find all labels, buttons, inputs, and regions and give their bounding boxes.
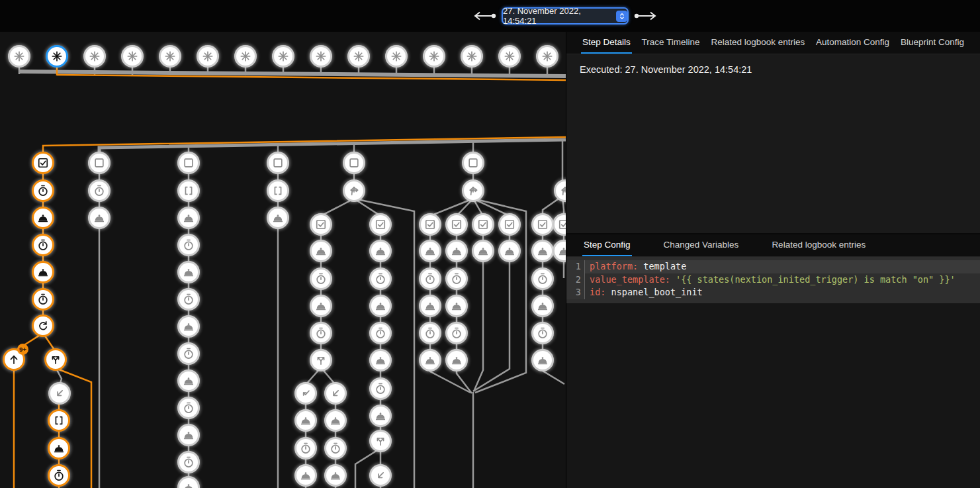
next-run-button[interactable] <box>633 11 658 21</box>
trace-node-checkbox[interactable] <box>498 213 521 236</box>
trace-node-bell[interactable] <box>419 349 441 371</box>
trace-node-checkbox[interactable] <box>369 213 392 236</box>
tab-step-config[interactable]: Step Config <box>582 234 632 256</box>
trace-node-timer[interactable] <box>419 322 441 344</box>
trace-node-square[interactable] <box>177 152 200 174</box>
trace-node-timer[interactable] <box>310 322 332 344</box>
trace-node-asterisk[interactable] <box>461 45 483 68</box>
trace-node-asterisk[interactable] <box>272 45 294 68</box>
trace-node-square[interactable] <box>88 152 111 174</box>
trace-node-arrow-bottom-left[interactable] <box>324 382 347 405</box>
previous-run-button[interactable] <box>472 11 498 21</box>
trace-node-bell[interactable] <box>177 207 200 229</box>
trace-node-timer[interactable] <box>177 397 200 419</box>
trace-node-arrow-bottom-left[interactable] <box>48 382 71 405</box>
trace-node-asterisk[interactable] <box>197 45 219 68</box>
trace-node-asterisk[interactable] <box>234 45 257 68</box>
trace-node-timer[interactable] <box>32 234 54 256</box>
trace-node-asterisk[interactable] <box>536 45 558 68</box>
trace-node-bell[interactable] <box>445 349 468 371</box>
trace-node-call-split[interactable] <box>369 430 392 452</box>
trace-node-bell[interactable] <box>310 240 332 262</box>
trace-node-arrow-bottom-left[interactable] <box>369 464 392 487</box>
tab-step-details[interactable]: Step Details <box>581 32 632 54</box>
trace-node-checkbox[interactable] <box>472 213 494 236</box>
trace-node-bell[interactable] <box>88 207 111 229</box>
trace-node-bell[interactable] <box>419 240 441 262</box>
trace-node-bell[interactable] <box>445 295 468 317</box>
trace-node-timer[interactable] <box>419 268 441 290</box>
trace-node-asterisk[interactable] <box>498 45 521 68</box>
trace-node-bell[interactable] <box>177 261 200 283</box>
trace-node-asterisk[interactable] <box>46 45 68 68</box>
tab-changed-variables[interactable]: Changed Variables <box>662 234 740 256</box>
trace-node-square[interactable] <box>343 152 365 174</box>
trace-node-bell[interactable] <box>294 409 317 432</box>
trace-node-timer[interactable] <box>324 437 347 460</box>
tab-related-logbook-entries[interactable]: Related logbook entries <box>770 234 867 256</box>
trace-node-bell[interactable] <box>498 240 521 262</box>
trace-node-bell[interactable] <box>445 240 468 262</box>
run-datetime-select[interactable]: 27. November 2022, 14:54:21 <box>502 7 629 24</box>
trace-node-timer[interactable] <box>32 179 54 202</box>
trace-node-timer[interactable] <box>177 234 200 256</box>
trace-node-asterisk[interactable] <box>310 45 332 68</box>
trace-node-bell[interactable] <box>32 261 54 283</box>
trace-node-asterisk[interactable] <box>83 45 106 68</box>
trace-node-checkbox[interactable] <box>445 213 468 236</box>
trace-node-checkbox[interactable] <box>419 213 441 236</box>
trace-node-bell[interactable] <box>472 240 494 262</box>
trace-node-refresh[interactable] <box>32 315 54 337</box>
trace-node-checkbox[interactable] <box>32 152 54 174</box>
trace-node-asterisk[interactable] <box>347 45 370 68</box>
trace-node-checkbox[interactable] <box>531 213 554 236</box>
trace-node-timer[interactable] <box>177 288 200 311</box>
trace-node-call-split[interactable] <box>310 349 332 371</box>
trace-node-bell[interactable] <box>531 295 554 317</box>
trace-node-square[interactable] <box>267 152 289 174</box>
trace-node-arrow-up[interactable]: 9+ <box>3 348 25 371</box>
trace-node-bell[interactable] <box>177 369 200 392</box>
trace-node-square[interactable] <box>462 152 484 174</box>
trace-node-timer[interactable] <box>369 322 392 344</box>
trace-node-bell[interactable] <box>48 437 70 460</box>
trace-node-asterisk[interactable] <box>159 45 181 68</box>
trace-node-timer[interactable] <box>369 377 392 400</box>
trace-node-bell[interactable] <box>531 240 554 262</box>
trace-node-brackets[interactable] <box>48 409 70 432</box>
trace-node-brackets[interactable] <box>177 179 200 202</box>
trace-node-bell[interactable] <box>310 295 332 317</box>
trace-node-bell[interactable] <box>294 464 317 487</box>
trace-node-bell[interactable] <box>177 424 200 446</box>
trace-node-timer[interactable] <box>445 268 468 290</box>
yaml-editor[interactable]: 1platform: template2value_template: '{{ … <box>566 257 980 303</box>
tab-automation-config[interactable]: Automation Config <box>815 32 891 54</box>
trace-node-bell[interactable] <box>324 464 347 487</box>
trace-node-timer[interactable] <box>369 268 392 290</box>
trace-node-call-split[interactable] <box>44 348 67 371</box>
trace-node-timer[interactable] <box>32 288 54 311</box>
trace-node-timer[interactable] <box>310 268 332 290</box>
trace-node-asterisk[interactable] <box>121 45 144 68</box>
trace-node-timer[interactable] <box>531 322 554 344</box>
trace-node-timer[interactable] <box>88 179 111 202</box>
trace-node-asterisk[interactable] <box>385 45 408 68</box>
tab-related-logbook-entries[interactable]: Related logbook entries <box>709 32 806 54</box>
trace-node-timer[interactable] <box>445 322 468 344</box>
trace-node-asterisk[interactable] <box>8 45 30 68</box>
trace-node-arrow-decision[interactable] <box>462 179 484 202</box>
tab-blueprint-config[interactable]: Blueprint Config <box>899 32 965 54</box>
trace-node-asterisk[interactable] <box>423 45 445 68</box>
trace-node-bell[interactable] <box>369 349 392 371</box>
trace-node-brackets[interactable] <box>267 179 289 202</box>
trace-node-timer[interactable] <box>48 464 70 487</box>
trace-node-bell[interactable] <box>531 349 554 371</box>
trace-node-bell[interactable] <box>324 409 347 432</box>
trace-node-timer[interactable] <box>294 437 317 460</box>
trace-node-bell[interactable] <box>369 240 392 262</box>
trace-node-timer[interactable] <box>177 342 200 365</box>
trace-node-checkbox[interactable] <box>310 213 332 236</box>
trace-node-arrow-decision[interactable] <box>343 179 365 202</box>
trace-node-bell[interactable] <box>419 295 441 317</box>
trace-node-bell[interactable] <box>369 295 392 317</box>
